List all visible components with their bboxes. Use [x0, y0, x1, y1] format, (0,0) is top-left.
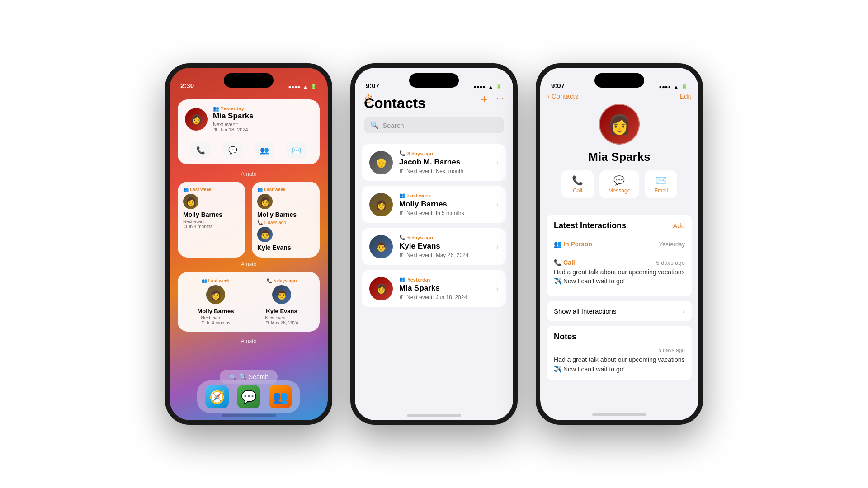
- call-action-btn[interactable]: 📞 Call: [561, 170, 594, 198]
- sw-label-right: 👥 Last week: [257, 187, 314, 192]
- call-label: Call: [573, 188, 582, 194]
- contacts-menu-icon[interactable]: ···: [496, 92, 504, 106]
- widget-email-btn[interactable]: ✉️: [287, 142, 307, 158]
- wide-name-kyle: Kyle Evans: [266, 308, 297, 314]
- contact-label-jacob: 📞 3 days ago: [399, 150, 499, 156]
- person-icon-mia: 👥: [399, 277, 406, 282]
- message-icon: 💬: [613, 175, 625, 186]
- contacts-timer-icon[interactable]: ⏱: [364, 94, 374, 105]
- widget-wide[interactable]: 👥 Last week 👩 Molly Barnes Next event: 🗓…: [178, 272, 320, 332]
- interaction-in-person[interactable]: 👥 In Person Yesterday: [554, 236, 685, 254]
- signal-icon-2: ●●●●: [474, 84, 486, 89]
- interaction-type-1: 👥 In Person: [554, 240, 592, 248]
- battery-icon-3: 🔋: [681, 84, 688, 89]
- widget-call-btn[interactable]: 📞: [191, 142, 211, 158]
- wide-label-kyle: 📞 5 days ago: [267, 278, 297, 283]
- widget-wide-molly: 👥 Last week 👩 Molly Barnes Next event: 🗓…: [185, 278, 246, 325]
- contact-label-mia: 👥 Yesterday: [399, 277, 499, 282]
- person-icon-sw2: 👥: [257, 187, 263, 192]
- add-interaction-btn[interactable]: Add: [673, 222, 685, 230]
- cal-icon-kyle: 🗓: [399, 252, 405, 258]
- person-icon: 👥: [213, 106, 219, 111]
- notes-title: Notes: [554, 332, 685, 342]
- home-dock: 🧭 💬 👥: [197, 380, 300, 413]
- email-icon: ✉️: [656, 175, 667, 186]
- widget-message-btn[interactable]: 💬: [223, 142, 243, 158]
- show-all-label: Show all Interactions: [554, 307, 616, 315]
- phone-1: 2:30 ●●●● ▲ 🔋 👩: [165, 63, 332, 425]
- contact-name-molly: Molly Barnes: [399, 200, 499, 209]
- wide-name-molly: Molly Barnes: [198, 308, 234, 314]
- interaction-time-1: Yesterday: [659, 241, 685, 248]
- status-icons-3: ●●●● ▲ 🔋: [659, 84, 688, 89]
- home-indicator-3: [592, 413, 646, 416]
- contact-info-jacob: 📞 3 days ago Jacob M. Barnes 🗓 Next even…: [399, 150, 499, 174]
- widget-avatar-mia: 👩: [185, 108, 208, 131]
- wide-event-molly: Next event: 🗓 In 4 months: [201, 315, 230, 325]
- interaction-time-2: 5 days ago: [656, 259, 685, 266]
- phone-icon-jacob: 📞: [399, 150, 406, 156]
- person-icon-molly: 👥: [399, 192, 406, 198]
- contact-name-jacob: Jacob M. Barnes: [399, 158, 499, 167]
- sw-avatar-molly2: 👩: [257, 194, 273, 209]
- contacts-search-bar[interactable]: 🔍 Search: [364, 117, 504, 133]
- widget-small-right[interactable]: 👥 Last week 👩 Molly Barnes 📞 5 days ago: [252, 182, 320, 258]
- contacts-toolbar: ⏱ + ···: [355, 92, 513, 106]
- widget-contacts-btn[interactable]: 👥: [255, 142, 274, 158]
- safari-icon[interactable]: 🧭: [205, 385, 229, 408]
- signal-icon-3: ●●●●: [659, 84, 671, 89]
- search-icon-home: 🔍: [229, 373, 236, 380]
- amato-icon[interactable]: 👥: [269, 385, 292, 408]
- amato-label-1: Amato: [178, 171, 320, 177]
- edit-button[interactable]: Edit: [679, 92, 691, 100]
- phones-container: 2:30 ●●●● ▲ 🔋 👩: [165, 63, 703, 425]
- status-time-2: 9:07: [366, 82, 379, 89]
- phone-3: 9:07 ●●●● ▲ 🔋 ‹ Contacts Edit: [536, 63, 703, 425]
- search-label: 🔍 Search: [239, 373, 269, 380]
- contacts-add-icon[interactable]: +: [481, 92, 487, 106]
- person-icon-sw1: 👥: [183, 187, 189, 192]
- chevron-molly: ›: [496, 201, 499, 209]
- battery-icon-2: 🔋: [496, 84, 502, 89]
- note-text: Had a great talk about our upcoming vaca…: [554, 355, 685, 374]
- widget-small-molly[interactable]: 👥 Last week 👩 Molly Barnes Next event: 🗓…: [178, 182, 245, 258]
- message-label: Message: [609, 188, 631, 194]
- wide-avatar-kyle: 👨: [272, 285, 291, 304]
- home-indicator-2: [407, 414, 461, 417]
- battery-icon: 🔋: [311, 84, 317, 89]
- detail-nav: ‹ Contacts Edit: [540, 92, 698, 100]
- cal-icon-mia: 🗓: [399, 294, 405, 300]
- large-widget-mia[interactable]: 👩 👥 Yesterday Mia Sparks Next event:: [178, 99, 320, 164]
- sw-name-molly: Molly Barnes: [183, 211, 240, 218]
- contact-card-jacob[interactable]: 👴 📞 3 days ago Jacob M. Barnes 🗓 Next ev…: [362, 144, 506, 181]
- contact-card-kyle[interactable]: 👨 📞 5 days ago Kyle Evans 🗓 Next event:: [362, 228, 506, 265]
- note-timestamp: 5 days ago: [554, 347, 685, 353]
- contact-card-molly[interactable]: 👩 👥 Last week Molly Barnes 🗓 Next event:: [362, 186, 506, 223]
- wide-label-molly: 👥 Last week: [202, 278, 230, 283]
- sw-avatar-kyle-small: 👨: [257, 227, 273, 242]
- interactions-section: Latest Interactions Add 👥 In Person Yest…: [547, 215, 692, 296]
- widget-mia-sub: Next event: 🗓 Jun 18, 2024: [213, 122, 254, 132]
- contact-info-kyle: 📞 5 days ago Kyle Evans 🗓 Next event: Ma…: [399, 235, 499, 258]
- message-action-btn[interactable]: 💬 Message: [599, 170, 640, 198]
- dynamic-island-3: [594, 73, 644, 88]
- contacts-screen: 9:07 ●●●● ▲ 🔋 ⏱ + ···: [355, 68, 513, 420]
- contact-name-kyle: Kyle Evans: [399, 242, 499, 251]
- detail-screen: 9:07 ●●●● ▲ 🔋 ‹ Contacts Edit: [540, 68, 698, 420]
- messages-icon[interactable]: 💬: [237, 385, 260, 408]
- contact-event-mia: 🗓 Next event: Jun 18, 2024: [399, 294, 499, 300]
- widget-wide-kyle: 📞 5 days ago 👨 Kyle Evans Next event: 🗓 …: [251, 278, 312, 325]
- phone-icon-sw: 📞: [257, 220, 263, 225]
- email-action-btn[interactable]: ✉️ Email: [645, 170, 677, 198]
- contact-card-mia[interactable]: 👩 👥 Yesterday Mia Sparks 🗓 Next event:: [362, 270, 506, 307]
- back-button[interactable]: ‹ Contacts: [547, 92, 578, 100]
- dynamic-island: [224, 73, 274, 88]
- contact-event-jacob: 🗓 Next event: Next month: [399, 168, 499, 174]
- interaction-call[interactable]: 📞 Call 5 days ago Had a great talk about…: [554, 254, 685, 290]
- contact-name-mia: Mia Sparks: [399, 284, 499, 293]
- show-all-interactions[interactable]: Show all Interactions ›: [547, 301, 692, 321]
- person-icon-wide1: 👥: [202, 278, 207, 283]
- chevron-show-all: ›: [682, 306, 685, 316]
- status-icons-1: ●●●● ▲ 🔋: [288, 84, 317, 89]
- chevron-mia: ›: [496, 285, 499, 293]
